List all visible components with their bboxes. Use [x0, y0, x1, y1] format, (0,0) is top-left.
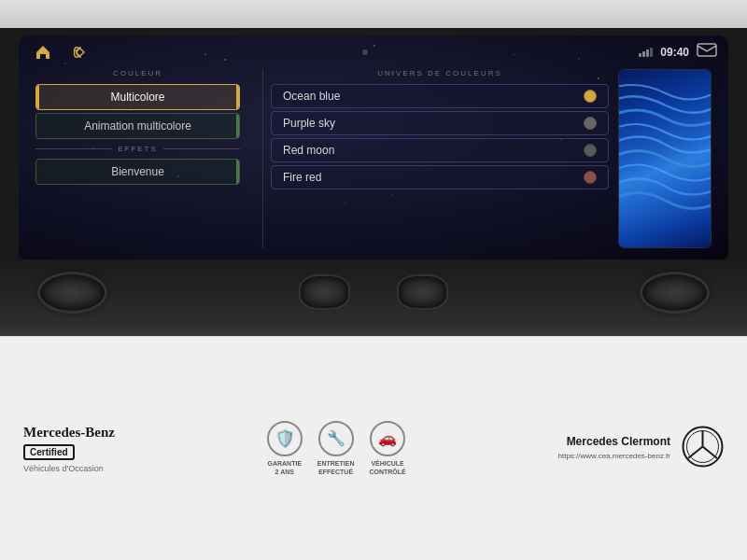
svg-rect-0 — [698, 44, 716, 56]
dealer-info: Mercedes Clermont https://www.cea.merced… — [558, 426, 725, 471]
mb-brand-name: Mercedes-Benz — [23, 425, 115, 441]
back-button[interactable] — [65, 39, 92, 65]
purple-sky-dot — [584, 117, 597, 130]
couleur-section-label: COULEUR — [35, 69, 240, 77]
vehicule-icon: 🚗 — [370, 421, 405, 456]
vent-left — [37, 272, 107, 314]
wave-preview — [618, 69, 712, 248]
main-display: 09:40 COULEUR — [19, 35, 728, 259]
vent-center-right — [397, 274, 448, 310]
entretien-item: 🔧 ENTRETIENEFFECTUÉ — [317, 421, 355, 476]
message-button[interactable] — [697, 43, 717, 62]
fire-red-dot — [584, 171, 597, 184]
red-moon-dot — [584, 144, 597, 157]
footer: Mercedes-Benz Certified Véhicules d'Occa… — [0, 336, 747, 560]
guarantee-icons: 🛡️ GARANTIE2 ANS 🔧 ENTRETIENEFFECTUÉ 🚗 V… — [267, 421, 406, 476]
dealer-url: https://www.cea.mercedes-benz.fr — [558, 451, 671, 461]
effets-divider: EFFETS — [35, 145, 240, 153]
multicolore-button[interactable]: Multicolore — [35, 84, 240, 110]
svg-line-5 — [703, 447, 718, 459]
entretien-icon: 🔧 — [318, 421, 354, 456]
bienvenue-button[interactable]: Bienvenue — [35, 159, 240, 185]
color-list: UNIVERS DE COULEURS Ocean blue Purple sk… — [271, 69, 609, 248]
ocean-blue-dot — [584, 90, 597, 103]
purple-sky-item[interactable]: Purple sky — [271, 111, 609, 135]
mb-certified-section: Mercedes-Benz Certified Véhicules d'Occa… — [23, 425, 115, 473]
home-button[interactable] — [30, 39, 56, 65]
vent-area — [0, 259, 747, 325]
mercedes-star-logo — [682, 426, 724, 471]
dealer-name: Mercedes Clermont — [567, 435, 670, 448]
svg-line-4 — [688, 447, 703, 459]
signal-icon — [639, 48, 653, 57]
top-bar: 09:40 — [19, 35, 728, 69]
left-panel: COULEUR Multicolore Animation multicolor… — [35, 69, 255, 248]
guarantee-icon: 🛡️ — [267, 421, 303, 456]
time-display: 09:40 — [660, 46, 689, 59]
animation-multicolore-button[interactable]: Animation multicolore — [35, 113, 240, 139]
univers-section-label: UNIVERS DE COULEURS — [271, 69, 609, 77]
vehicule-item: 🚗 VÉHICULECONTRÔLÉ — [369, 421, 405, 476]
right-panel: UNIVERS DE COULEURS Ocean blue Purple sk… — [271, 69, 712, 248]
certified-badge: Certified — [23, 444, 75, 460]
center-indicator — [362, 49, 368, 55]
red-moon-item[interactable]: Red moon — [271, 138, 609, 162]
vent-right — [640, 272, 710, 314]
vent-center-left — [299, 274, 350, 310]
fire-red-item[interactable]: Fire red — [271, 165, 609, 189]
guarantee-item: 🛡️ GARANTIE2 ANS — [267, 421, 303, 476]
ocean-blue-item[interactable]: Ocean blue — [271, 84, 609, 108]
occasion-label: Véhicules d'Occasion — [23, 464, 104, 473]
